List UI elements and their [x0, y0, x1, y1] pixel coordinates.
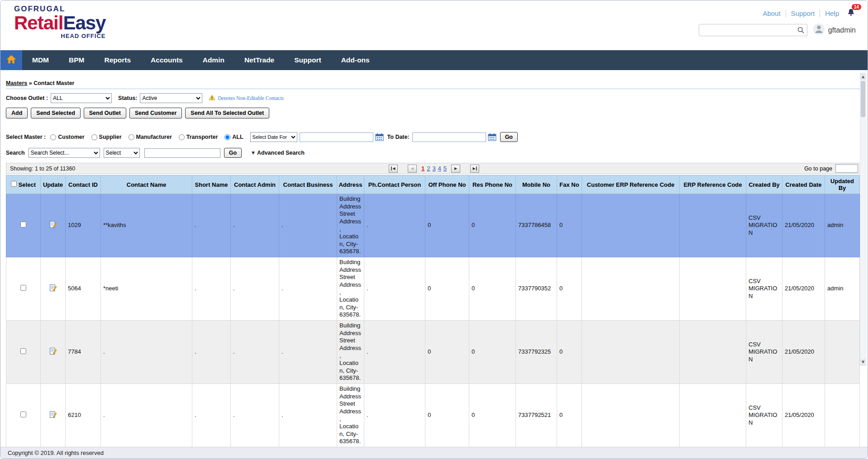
update-icon[interactable] — [49, 284, 57, 292]
col-contact-id: Contact ID — [66, 175, 101, 194]
select-all-checkbox[interactable] — [11, 181, 17, 187]
cell-contact-business: . — [279, 384, 337, 447]
main-navigation: MDM BPM Reports Accounts Admin NetTrade … — [0, 50, 868, 70]
page-link-3[interactable]: 3 — [432, 165, 435, 172]
cell-res-phone: 0 — [469, 194, 516, 257]
page-link-5[interactable]: 5 — [444, 165, 447, 172]
username-label: gftadmin — [828, 26, 856, 34]
last-page-button[interactable]: ▶ — [470, 165, 479, 173]
page-link-1[interactable]: 1 — [421, 165, 424, 172]
nav-item-addons[interactable]: Add-ons — [331, 50, 380, 70]
cell-created-by: CSV MIGRATION — [746, 194, 782, 257]
radio-manufacturer-input[interactable] — [129, 134, 134, 140]
advanced-search-toggle[interactable]: ▼ Advanced Search — [252, 150, 305, 156]
col-contact-business: Contact Business — [279, 175, 337, 194]
radio-all-input[interactable] — [224, 134, 230, 140]
row-select-checkbox[interactable] — [20, 412, 26, 417]
goto-page-input[interactable] — [835, 164, 858, 173]
previous-page-button[interactable]: ◀ — [408, 165, 417, 173]
search-icon[interactable] — [797, 26, 805, 36]
update-icon[interactable] — [49, 221, 57, 228]
page-link-2[interactable]: 2 — [427, 165, 430, 172]
breadcrumb-masters[interactable]: Masters — [6, 80, 27, 86]
status-select[interactable]: Active — [140, 93, 202, 103]
about-link[interactable]: About — [763, 9, 780, 17]
update-icon[interactable] — [49, 347, 57, 355]
cell-erp-ref — [680, 321, 746, 384]
col-created-by: Created By — [746, 175, 782, 194]
radio-transporter-input[interactable] — [179, 134, 185, 140]
warning-icon — [209, 95, 215, 102]
cell-mobile: 7337792325 — [516, 321, 557, 384]
search-row: Search Search Select... Select Go ▼ Adva… — [6, 148, 862, 158]
radio-supplier[interactable]: Supplier — [91, 134, 122, 140]
radio-customer[interactable]: Customer — [50, 134, 84, 140]
col-address: Address — [337, 175, 364, 194]
add-button[interactable]: Add — [6, 108, 28, 118]
radio-supplier-input[interactable] — [91, 134, 97, 140]
first-page-button[interactable]: ◀ — [389, 165, 398, 173]
cell-contact-business: . — [279, 194, 337, 257]
nav-item-reports[interactable]: Reports — [94, 50, 141, 70]
to-date-calendar-icon[interactable] — [488, 133, 496, 141]
from-date-calendar-icon[interactable] — [375, 133, 384, 141]
row-select-checkbox[interactable] — [20, 348, 26, 354]
row-select-checkbox[interactable] — [20, 222, 26, 227]
nav-item-accounts[interactable]: Accounts — [141, 50, 193, 70]
cell-mobile: 7337786458 — [516, 194, 557, 257]
send-customer-button[interactable]: Send Customer — [129, 108, 182, 118]
radio-manufacturer[interactable]: Manufacturer — [129, 134, 172, 140]
radio-transporter[interactable]: Transporter — [179, 134, 218, 140]
cell-fax: 0 — [557, 384, 582, 447]
scrollbar-thumb[interactable] — [861, 81, 865, 117]
cell-created-by: CSV MIGRATION — [746, 257, 782, 321]
send-all-button[interactable]: Send All To Selected Outlet — [185, 108, 269, 118]
scroll-up-arrow-icon[interactable]: ▲ — [860, 73, 866, 80]
cell-off-phone: 0 — [425, 257, 469, 321]
update-icon[interactable] — [49, 411, 57, 418]
cell-contact-name: *neeti — [101, 257, 192, 321]
cell-contact-admin: . — [231, 257, 279, 321]
send-selected-button[interactable]: Send Selected — [31, 108, 80, 118]
nav-item-support[interactable]: Support — [284, 50, 331, 70]
col-created-date: Created Date — [782, 175, 825, 194]
nav-item-mdm[interactable]: MDM — [22, 50, 59, 70]
date-go-button[interactable]: Go — [500, 132, 518, 142]
nav-item-admin[interactable]: Admin — [193, 50, 234, 70]
to-date-input[interactable] — [412, 132, 486, 142]
nav-item-bpm[interactable]: BPM — [59, 50, 94, 70]
cell-customer-erp-ref — [582, 321, 680, 384]
date-for-select[interactable]: Select Date For — [250, 132, 297, 142]
col-updated-by: Updated By — [825, 175, 860, 194]
support-link[interactable]: Support — [786, 9, 815, 17]
header-right: About Support Help 14 — [699, 8, 856, 37]
vertical-scrollbar[interactable]: ▲ ▼ — [860, 73, 866, 366]
send-outlet-button[interactable]: Send Outlet — [84, 108, 126, 118]
next-page-button[interactable]: ▶ — [451, 165, 460, 173]
user-menu[interactable]: gftadmin — [813, 23, 856, 37]
col-fax: Fax No — [557, 175, 582, 194]
nav-item-nettrade[interactable]: NetTrade — [234, 50, 284, 70]
cell-ph-contact-person: . — [364, 257, 425, 321]
search-condition-select[interactable]: Select — [104, 148, 140, 158]
cell-short-name: . — [192, 384, 231, 447]
home-button[interactable] — [0, 50, 22, 70]
choose-outlet-label: Choose Outlet : — [6, 95, 48, 101]
radio-customer-input[interactable] — [50, 134, 56, 140]
cell-contact-business: . — [279, 257, 337, 321]
search-text-input[interactable] — [144, 148, 220, 158]
cell-contact-business: . — [279, 321, 337, 384]
notifications-button[interactable]: 14 — [846, 8, 856, 19]
global-search-input[interactable] — [699, 24, 807, 36]
row-select-checkbox[interactable] — [20, 285, 26, 291]
cell-contact-id: 6210 — [66, 384, 101, 447]
outlet-select[interactable]: ALL — [51, 93, 112, 103]
from-date-input[interactable] — [300, 132, 373, 142]
search-go-button[interactable]: Go — [224, 148, 242, 158]
help-link[interactable]: Help — [820, 9, 839, 17]
search-field-select[interactable]: Search Select... — [29, 148, 100, 158]
scroll-down-arrow-icon[interactable]: ▼ — [860, 359, 866, 365]
col-customer-erp-ref: Customer ERP Reference Code — [582, 175, 680, 194]
radio-all[interactable]: ALL — [224, 134, 243, 140]
page-link-4[interactable]: 4 — [438, 165, 441, 172]
